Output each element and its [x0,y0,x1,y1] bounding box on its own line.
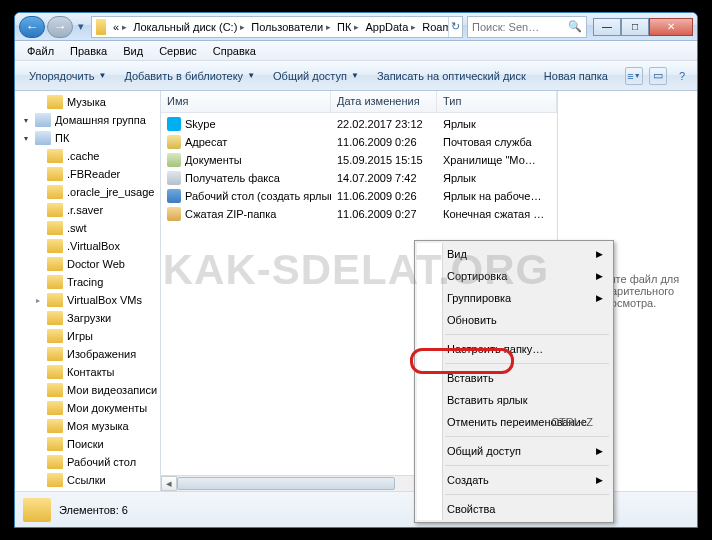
ctx-Вид[interactable]: Вид▶ [417,243,611,265]
tree-item[interactable]: Музыка [15,93,160,111]
folder-icon [47,473,63,487]
file-icon [167,171,181,185]
search-placeholder: Поиск: Sen… [472,21,539,33]
ctx-Свойства[interactable]: Свойства [417,498,611,520]
comp-icon [35,113,51,127]
tree-item[interactable]: .oracle_jre_usage [15,183,160,201]
ctx-Вставить ярлык[interactable]: Вставить ярлык [417,389,611,411]
tree-item[interactable]: Ссылки [15,471,160,489]
share-button[interactable]: Общий доступ▼ [265,66,367,86]
preview-pane-button[interactable]: ▭ [649,67,667,85]
menu-правка[interactable]: Правка [62,43,115,59]
menu-файл[interactable]: Файл [19,43,62,59]
tree-item[interactable]: Мои документы [15,399,160,417]
tree-item[interactable]: Загрузки [15,309,160,327]
folder-icon [47,365,63,379]
tree-item[interactable]: Контакты [15,363,160,381]
tree-item[interactable]: .r.saver [15,201,160,219]
tree-item[interactable]: ▾ПК [15,129,160,147]
navigation-tree[interactable]: Музыка▾Домашняя группа▾ПК.cache.FBReader… [15,91,161,491]
folder-icon [47,347,63,361]
nav-forward-button[interactable]: → [47,16,73,38]
menu-вид[interactable]: Вид [115,43,151,59]
file-row[interactable]: Сжатая ZIP-папка11.06.2009 0:27Конечная … [161,205,557,223]
folder-icon [96,19,106,35]
tree-item[interactable]: Doctor Web [15,255,160,273]
comp-icon [35,131,51,145]
ctx-Вставить[interactable]: Вставить [417,367,611,389]
folder-icon [47,257,63,271]
ctx-Отменить переименование[interactable]: Отменить переименованиеCTRL+Z [417,411,611,433]
scroll-left-button[interactable]: ◂ [161,476,177,491]
breadcrumb-0[interactable]: «▸ [110,21,130,33]
scroll-thumb[interactable] [177,477,395,490]
column-headers: Имя Дата изменения Тип [161,91,557,113]
breadcrumb-5[interactable]: Roaming▸ [419,21,448,33]
file-icon [167,135,181,149]
folder-icon [47,401,63,415]
address-bar[interactable]: «▸Локальный диск (C:)▸Пользователи▸ПК▸Ap… [91,16,463,38]
nav-history-dropdown[interactable]: ▾ [75,16,87,38]
tree-item[interactable]: Поиски [15,435,160,453]
breadcrumb-4[interactable]: AppData▸ [362,21,419,33]
file-row[interactable]: Получатель факса14.07.2009 7:42Ярлык [161,169,557,187]
organize-button[interactable]: Упорядочить▼ [21,66,114,86]
ctx-Группировка[interactable]: Группировка▶ [417,287,611,309]
view-options-button[interactable]: ≡▼ [625,67,643,85]
folder-icon [47,167,63,181]
tree-item[interactable]: Tracing [15,273,160,291]
column-type[interactable]: Тип [437,91,557,112]
file-row[interactable]: Адресат11.06.2009 0:26Почтовая служба [161,133,557,151]
breadcrumb-1[interactable]: Локальный диск (C:)▸ [130,21,248,33]
minimize-button[interactable]: — [593,18,621,36]
folder-icon [47,419,63,433]
close-button[interactable]: ✕ [649,18,693,36]
folder-icon [23,498,51,522]
tree-item[interactable]: Игры [15,327,160,345]
column-date[interactable]: Дата изменения [331,91,437,112]
tree-item[interactable]: ▾Компьютер [15,489,160,491]
folder-icon [47,293,63,307]
add-to-library-button[interactable]: Добавить в библиотеку▼ [116,66,263,86]
tree-item[interactable]: .cache [15,147,160,165]
burn-button[interactable]: Записать на оптический диск [369,66,534,86]
breadcrumb-2[interactable]: Пользователи▸ [248,21,334,33]
ctx-Общий доступ[interactable]: Общий доступ▶ [417,440,611,462]
tree-item[interactable]: ▸VirtualBox VMs [15,291,160,309]
tree-item[interactable]: .swt [15,219,160,237]
maximize-button[interactable]: □ [621,18,649,36]
menubar: ФайлПравкаВидСервисСправка [15,41,697,61]
folder-icon [47,221,63,235]
help-button[interactable]: ? [673,67,691,85]
nav-back-button[interactable]: ← [19,16,45,38]
folder-icon [47,275,63,289]
file-icon [167,117,181,131]
file-icon [167,189,181,203]
tree-item[interactable]: ▾Домашняя группа [15,111,160,129]
ctx-Настроить папку…[interactable]: Настроить папку… [417,338,611,360]
column-name[interactable]: Имя [161,91,331,112]
file-row[interactable]: Документы15.09.2015 15:15Хранилище "Мо… [161,151,557,169]
ctx-Создать[interactable]: Создать▶ [417,469,611,491]
item-count: Элементов: 6 [59,504,128,516]
tree-item[interactable]: .VirtualBox [15,237,160,255]
tree-item[interactable]: Рабочий стол [15,453,160,471]
search-input[interactable]: Поиск: Sen… 🔍 [467,16,587,38]
tree-item[interactable]: Моя музыка [15,417,160,435]
folder-icon [47,383,63,397]
folder-icon [47,95,63,109]
file-row[interactable]: Skype22.02.2017 23:12Ярлык [161,115,557,133]
refresh-button[interactable]: ↻ [448,17,462,37]
titlebar: ← → ▾ «▸Локальный диск (C:)▸Пользователи… [15,13,697,41]
ctx-Сортировка[interactable]: Сортировка▶ [417,265,611,287]
menu-сервис[interactable]: Сервис [151,43,205,59]
new-folder-button[interactable]: Новая папка [536,66,616,86]
file-row[interactable]: Рабочий стол (создать ярлык)11.06.2009 0… [161,187,557,205]
tree-item[interactable]: .FBReader [15,165,160,183]
breadcrumb-3[interactable]: ПК▸ [334,21,362,33]
tree-item[interactable]: Изображения [15,345,160,363]
toolbar: Упорядочить▼ Добавить в библиотеку▼ Общи… [15,61,697,91]
ctx-Обновить[interactable]: Обновить [417,309,611,331]
menu-справка[interactable]: Справка [205,43,264,59]
tree-item[interactable]: Мои видеозаписи [15,381,160,399]
